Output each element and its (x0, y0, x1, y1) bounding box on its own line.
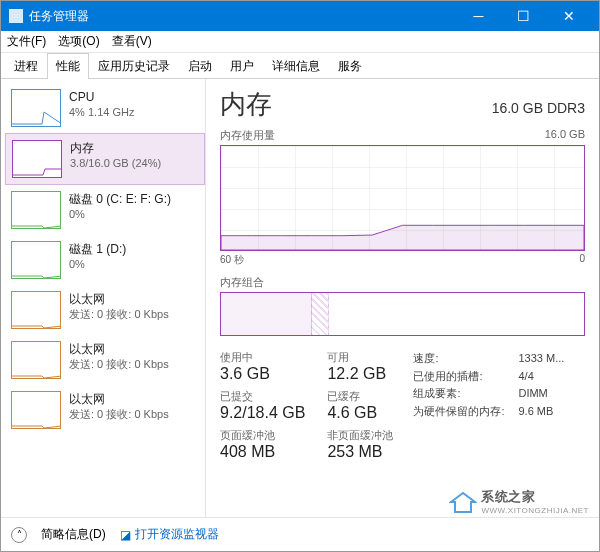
time-right: 0 (579, 253, 585, 267)
app-icon (9, 9, 23, 23)
time-left: 60 秒 (220, 253, 244, 267)
stat-block: 已缓存4.6 GB (327, 389, 393, 422)
sidebar-item-title: 以太网 (69, 391, 169, 407)
memory-spec: 16.0 GB DDR3 (492, 100, 585, 116)
stat-row: 为硬件保留的内存:9.6 MB (413, 403, 578, 421)
sidebar-item-sub: 发送: 0 接收: 0 Kbps (69, 307, 169, 322)
footer: ˄ 简略信息(D) ◪ 打开资源监视器 (1, 517, 599, 551)
usage-max: 16.0 GB (545, 128, 585, 143)
sidebar-item-title: 以太网 (69, 341, 169, 357)
sidebar-item-title: 磁盘 1 (D:) (69, 241, 126, 257)
sidebar-item-sub: 3.8/16.0 GB (24%) (70, 156, 161, 171)
sidebar-sparkline (11, 191, 61, 229)
stat-row: 组成要素:DIMM (413, 385, 578, 403)
window-title: 任务管理器 (29, 8, 89, 25)
open-resmon-link[interactable]: ◪ 打开资源监视器 (120, 526, 219, 543)
sidebar-sparkline (11, 341, 61, 379)
content-pane: 内存 16.0 GB DDR3 内存使用量 16.0 GB 60 秒 0 内存组… (206, 79, 599, 517)
sidebar-item-cpu-0[interactable]: CPU4% 1.14 GHz (5, 83, 205, 133)
stat-label: 已提交 (220, 389, 305, 404)
stat-value: 253 MB (327, 443, 393, 461)
stat-label: 组成要素: (413, 385, 460, 403)
stat-value: DIMM (518, 385, 578, 403)
sidebar-item-sub: 4% 1.14 GHz (69, 105, 134, 120)
sidebar-item-disk-3[interactable]: 磁盘 1 (D:)0% (5, 235, 205, 285)
menu-options[interactable]: 选项(O) (58, 33, 99, 50)
stat-row: 速度:1333 M... (413, 350, 578, 368)
stat-block: 页面缓冲池408 MB (220, 428, 305, 461)
fewer-details-button[interactable]: 简略信息(D) (41, 526, 106, 543)
stat-label: 非页面缓冲池 (327, 428, 393, 443)
stat-value: 3.6 GB (220, 365, 305, 383)
sidebar-item-sub: 发送: 0 接收: 0 Kbps (69, 357, 169, 372)
stat-value: 408 MB (220, 443, 305, 461)
tab-performance[interactable]: 性能 (47, 53, 89, 79)
sidebar-sparkline (12, 140, 62, 178)
stat-label: 已缓存 (327, 389, 393, 404)
stat-value: 4/4 (518, 368, 578, 386)
tab-services[interactable]: 服务 (329, 53, 371, 79)
stat-label: 可用 (327, 350, 393, 365)
sidebar-item-eth-6[interactable]: 以太网发送: 0 接收: 0 Kbps (5, 385, 205, 435)
sidebar-item-eth-4[interactable]: 以太网发送: 0 接收: 0 Kbps (5, 285, 205, 335)
stat-label: 页面缓冲池 (220, 428, 305, 443)
memory-composition-chart[interactable] (220, 292, 585, 336)
sidebar-item-mem-1[interactable]: 内存3.8/16.0 GB (24%) (5, 133, 205, 185)
stat-label: 使用中 (220, 350, 305, 365)
stat-row: 已使用的插槽:4/4 (413, 368, 578, 386)
stat-label: 为硬件保留的内存: (413, 403, 504, 421)
stat-label: 已使用的插槽: (413, 368, 482, 386)
usage-label: 内存使用量 (220, 128, 275, 143)
close-button[interactable]: ✕ (546, 1, 591, 31)
tab-apphistory[interactable]: 应用历史记录 (89, 53, 179, 79)
maximize-button[interactable]: ☐ (501, 1, 546, 31)
stat-block: 可用12.2 GB (327, 350, 393, 383)
stats-left: 使用中3.6 GB可用12.2 GB已提交9.2/18.4 GB已缓存4.6 G… (220, 350, 393, 461)
tab-users[interactable]: 用户 (221, 53, 263, 79)
sidebar-item-title: 以太网 (69, 291, 169, 307)
stat-block: 使用中3.6 GB (220, 350, 305, 383)
stat-value: 12.2 GB (327, 365, 393, 383)
sidebar-sparkline (11, 89, 61, 127)
composition-label: 内存组合 (220, 275, 585, 290)
stat-value: 9.6 MB (518, 403, 578, 421)
page-title: 内存 (220, 87, 272, 122)
titlebar: 任务管理器 ─ ☐ ✕ (1, 1, 599, 31)
minimize-button[interactable]: ─ (456, 1, 501, 31)
tab-processes[interactable]: 进程 (5, 53, 47, 79)
sidebar-sparkline (11, 291, 61, 329)
stat-label: 速度: (413, 350, 438, 368)
tab-details[interactable]: 详细信息 (263, 53, 329, 79)
stat-value: 1333 M... (518, 350, 578, 368)
stat-value: 9.2/18.4 GB (220, 404, 305, 422)
sidebar-sparkline (11, 391, 61, 429)
sidebar-item-sub: 发送: 0 接收: 0 Kbps (69, 407, 169, 422)
memory-usage-chart[interactable] (220, 145, 585, 251)
stat-block: 已提交9.2/18.4 GB (220, 389, 305, 422)
stats-right: 速度:1333 M...已使用的插槽:4/4组成要素:DIMM为硬件保留的内存:… (413, 350, 578, 461)
sidebar-item-title: CPU (69, 89, 134, 105)
tabbar: 进程 性能 应用历史记录 启动 用户 详细信息 服务 (1, 53, 599, 79)
menubar: 文件(F) 选项(O) 查看(V) (1, 31, 599, 53)
menu-view[interactable]: 查看(V) (112, 33, 152, 50)
sidebar-item-disk-2[interactable]: 磁盘 0 (C: E: F: G:)0% (5, 185, 205, 235)
resmon-icon: ◪ (120, 528, 131, 542)
sidebar-item-title: 磁盘 0 (C: E: F: G:) (69, 191, 171, 207)
chevron-up-icon[interactable]: ˄ (11, 527, 27, 543)
sidebar-item-sub: 0% (69, 207, 171, 222)
menu-file[interactable]: 文件(F) (7, 33, 46, 50)
sidebar[interactable]: CPU4% 1.14 GHz内存3.8/16.0 GB (24%)磁盘 0 (C… (1, 79, 206, 517)
stat-block: 非页面缓冲池253 MB (327, 428, 393, 461)
stat-value: 4.6 GB (327, 404, 393, 422)
tab-startup[interactable]: 启动 (179, 53, 221, 79)
sidebar-item-sub: 0% (69, 257, 126, 272)
sidebar-item-eth-5[interactable]: 以太网发送: 0 接收: 0 Kbps (5, 335, 205, 385)
sidebar-item-title: 内存 (70, 140, 161, 156)
sidebar-sparkline (11, 241, 61, 279)
